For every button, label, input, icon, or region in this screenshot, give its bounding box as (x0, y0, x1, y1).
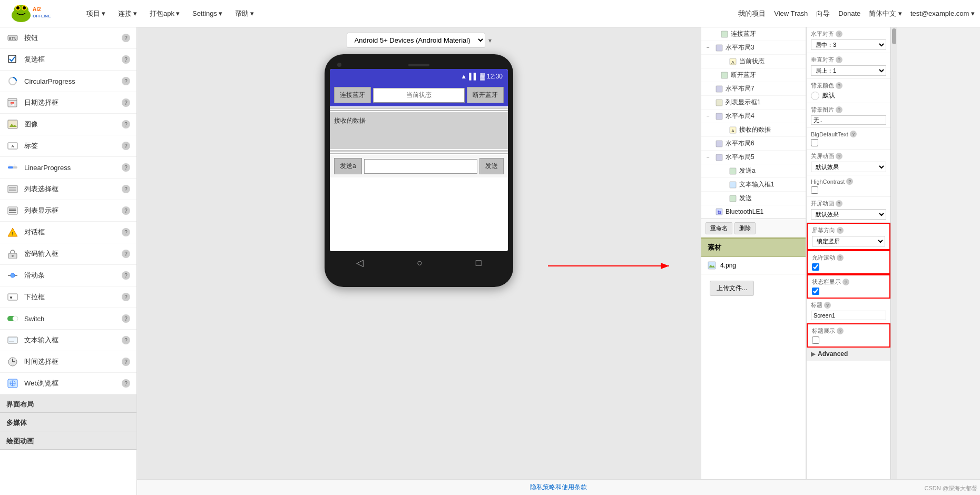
sidebar-item-date-picker[interactable]: 📅 日期选择框 ? (0, 92, 136, 114)
prop-help-title-show[interactable]: ? (837, 328, 844, 334)
prop-help-allow-scroll[interactable]: ? (837, 254, 844, 261)
notifier-help[interactable]: ? (122, 228, 130, 236)
sidebar-item-switch[interactable]: Switch ? (0, 308, 136, 330)
image-help[interactable]: ? (122, 120, 130, 128)
bg-color-circle[interactable] (811, 92, 819, 100)
spinner-help[interactable]: ? (122, 293, 130, 301)
sidebar-item-list-picker[interactable]: 列表选择框 ? (0, 179, 136, 200)
nav-recent-icon[interactable]: □ (476, 258, 482, 269)
sidebar-item-button[interactable]: BTN 按钮 ? (0, 27, 136, 49)
section-layout[interactable]: 界面布局 (0, 394, 136, 413)
tree-item-received-data[interactable]: A 接收的数据 (701, 123, 806, 137)
textbox-help[interactable]: ? (122, 336, 130, 344)
sidebar-item-spinner[interactable]: ▼ 下拉框 ? (0, 286, 136, 308)
list-view-help[interactable]: ? (122, 206, 130, 215)
nav-menu-project[interactable]: 项目 ▾ (81, 6, 111, 22)
open-anim-select[interactable]: 默认效果 (811, 209, 886, 220)
right-scrollbar[interactable] (890, 27, 897, 495)
date-picker-help[interactable]: ? (122, 98, 130, 107)
nav-menu-settings[interactable]: Settings ▾ (187, 6, 228, 21)
device-select-input[interactable]: Android 5+ Devices (Android Material) (347, 33, 485, 48)
tree-item-horizontal-layout-3[interactable]: − 水平布局3 (701, 41, 806, 55)
privacy-link[interactable]: 隐私策略和使用条款 (530, 483, 587, 492)
disconnect-bluetooth-btn[interactable]: 断开蓝牙 (467, 87, 504, 103)
tree-item-disconnect-bluetooth[interactable]: 断开蓝牙 (701, 68, 806, 82)
tree-item-horizontal-layout-7[interactable]: 水平布局7 (701, 82, 806, 96)
vertical-align-select[interactable]: 居上：1 (811, 65, 886, 76)
password-help[interactable]: ? (122, 250, 130, 258)
sidebar-item-label[interactable]: A 标签 ? (0, 135, 136, 157)
linear-progress-help[interactable]: ? (122, 163, 130, 172)
prop-help-open-anim[interactable]: ? (836, 200, 842, 207)
donate-link[interactable]: Donate (838, 9, 860, 17)
tree-item-horizontal-layout-4[interactable]: − 水平布局4 (701, 110, 806, 123)
title-show-checkbox[interactable] (812, 336, 819, 344)
list-picker-help[interactable]: ? (122, 185, 130, 193)
nav-menu-build[interactable]: 打包apk ▾ (144, 6, 185, 22)
scrollbar-thumb[interactable] (892, 28, 896, 44)
send-input[interactable] (364, 159, 477, 174)
prop-help-bg-color[interactable]: ? (836, 82, 842, 89)
high-contrast-checkbox[interactable] (811, 186, 818, 194)
status-input[interactable] (373, 88, 465, 103)
tree-item-connect-bluetooth[interactable]: 连接蓝牙 (701, 27, 806, 41)
tree-item-send-a[interactable]: 发送a (701, 164, 806, 178)
close-anim-select[interactable]: 默认效果 (811, 162, 886, 172)
section-drawing[interactable]: 绘图动画 (0, 431, 136, 450)
nav-menu-help[interactable]: 帮助 ▾ (230, 6, 259, 22)
screen-orientation-select[interactable]: 锁定竖屏 (812, 236, 885, 246)
sidebar-item-image[interactable]: 图像 ? (0, 114, 136, 135)
guide-link[interactable]: 向导 (816, 9, 830, 18)
button-help[interactable]: ? (122, 34, 130, 42)
big-default-text-checkbox[interactable] (811, 139, 818, 146)
app-logo[interactable]: AI2 OFFLINE (5, 4, 74, 24)
user-account[interactable]: test@example.com ▾ (910, 9, 975, 17)
sidebar-item-web-viewer[interactable]: Web浏览框 ? (0, 373, 136, 394)
bg-image-input[interactable] (811, 115, 886, 125)
asset-item-4png[interactable]: 4.png (701, 257, 806, 274)
allow-scroll-checkbox[interactable] (812, 263, 819, 271)
view-trash-link[interactable]: View Trash (774, 9, 808, 17)
switch-help[interactable]: ? (122, 314, 130, 323)
prop-help-title[interactable]: ? (824, 302, 831, 309)
sidebar-item-circular-progress[interactable]: CircularProgress ? (0, 71, 136, 92)
sidebar-item-linear-progress[interactable]: →← LinearProgress ? (0, 157, 136, 179)
send-btn[interactable]: 发送 (479, 158, 504, 174)
nav-home-icon[interactable]: ○ (417, 258, 423, 269)
prop-help-bg-img[interactable]: ? (836, 106, 842, 113)
title-input[interactable] (811, 311, 886, 320)
checkbox-help[interactable]: ? (122, 55, 130, 64)
prop-help-status-bar[interactable]: ? (842, 279, 849, 285)
section-media[interactable]: 多媒体 (0, 413, 136, 431)
tree-item-send[interactable]: 发送 (701, 192, 806, 205)
tree-item-horizontal-layout-5[interactable]: − 水平布局5 (701, 151, 806, 164)
sidebar-item-textbox[interactable]: 文本输入框 ? (0, 330, 136, 351)
prop-advanced[interactable]: ▶ Advanced (807, 348, 890, 361)
my-projects-link[interactable]: 我的项目 (738, 9, 766, 18)
prop-help-vert[interactable]: ? (836, 56, 842, 63)
sidebar-item-time-picker[interactable]: 时间选择框 ? (0, 351, 136, 373)
prop-help-close-anim[interactable]: ? (836, 153, 842, 160)
sidebar-item-list-view[interactable]: 列表显示框 ? (0, 200, 136, 222)
nav-back-icon[interactable]: ◁ (356, 257, 364, 269)
sidebar-item-checkbox[interactable]: 复选框 ? (0, 49, 136, 71)
sidebar-item-notifier[interactable]: ! 对话框 ? (0, 222, 136, 243)
circular-progress-help[interactable]: ? (122, 77, 130, 85)
rename-button[interactable]: 重命名 (705, 222, 732, 234)
time-picker-help[interactable]: ? (122, 358, 130, 366)
connect-bluetooth-btn[interactable]: 连接蓝牙 (334, 87, 371, 103)
tree-item-horizontal-layout-6[interactable]: 水平布局6 (701, 137, 806, 151)
sidebar-item-password[interactable]: 密码输入框 ? (0, 243, 136, 265)
tree-item-list-view-1[interactable]: 列表显示框1 (701, 96, 806, 110)
horizontal-align-select[interactable]: 居中：3 (811, 39, 886, 50)
prop-help-high-contrast[interactable]: ? (846, 178, 853, 185)
send-a-btn[interactable]: 发送a (334, 158, 362, 174)
web-viewer-help[interactable]: ? (122, 379, 130, 388)
label-help[interactable]: ? (122, 142, 130, 150)
prop-help-screen-orient[interactable]: ? (837, 227, 844, 234)
slider-help[interactable]: ? (122, 271, 130, 280)
sidebar-item-slider[interactable]: 滑动条 ? (0, 265, 136, 286)
prop-help-horiz[interactable]: ? (836, 31, 842, 37)
tree-item-textbox-1[interactable]: 文本输入框1 (701, 178, 806, 192)
prop-help-big-text[interactable]: ? (850, 131, 857, 137)
